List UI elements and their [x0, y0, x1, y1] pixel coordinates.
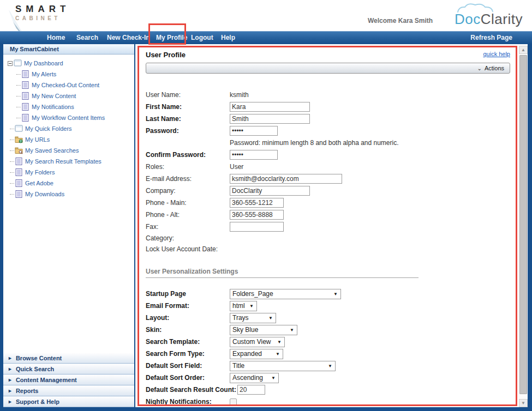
tree-item-label: My Saved Searches — [25, 147, 79, 154]
lock-user-account-date-label: Lock User Account Date: — [146, 245, 218, 253]
folder-search-icon — [15, 147, 23, 154]
tree-item-my-folders[interactable]: My Folders — [3, 167, 134, 178]
select-arrow-icon: ▼ — [268, 316, 273, 321]
email-format-select[interactable]: html ▼ — [230, 301, 257, 311]
quick-help-link[interactable]: quick help — [483, 51, 510, 57]
default-sort-field-select[interactable]: Title ▼ — [230, 361, 336, 371]
accordion-label: Browse Content — [16, 355, 62, 361]
scrollbar-thumb[interactable] — [519, 55, 527, 394]
phone-alt-field[interactable] — [230, 210, 284, 220]
actions-menu-bar[interactable]: ⌄ Actions — [146, 63, 510, 74]
tree-item-my-saved-searches[interactable]: My Saved Searches — [3, 145, 134, 156]
default-sort-order-label: Default Sort Order: — [146, 374, 230, 382]
scroll-down-button[interactable]: ▼ — [519, 399, 528, 407]
roles-label: Roles: — [146, 163, 230, 171]
panel-icon — [14, 59, 22, 67]
email-field[interactable] — [230, 174, 342, 184]
accordion-label: Content Management — [16, 377, 77, 383]
vertical-scrollbar: ▲ ▼ — [519, 46, 528, 407]
nav-search[interactable]: Search — [76, 34, 98, 41]
accordion-reports[interactable]: ► Reports — [3, 385, 134, 396]
nightly-notifications-label: Nightly Notifications: — [146, 398, 230, 406]
search-template-value: Custom View — [232, 338, 271, 346]
tree-item-my-new-content[interactable]: My New Content — [3, 90, 134, 101]
nav-new-checkin[interactable]: New Check-In — [107, 34, 150, 41]
first-name-label: First Name: — [146, 103, 230, 111]
tree-item-my-search-result-templates[interactable]: My Search Result Templates — [3, 156, 134, 167]
password-field[interactable] — [230, 126, 278, 136]
tree-item-label: My Alerts — [32, 71, 56, 77]
folder-globe-icon — [15, 136, 23, 143]
tree-item-label: My Checked-Out Content — [32, 82, 99, 88]
document-icon — [15, 190, 23, 198]
tree-item-my-notifications[interactable]: My Notifications — [3, 101, 134, 112]
sidebar-accordion: ► Browse Content ► Quick Search ► Conten… — [3, 353, 134, 407]
tree-item-get-adobe[interactable]: Get Adobe — [3, 178, 134, 189]
collapse-minus-icon[interactable] — [8, 61, 13, 66]
top-header: SMART CABINET Welcome Kara Smith DocClar… — [0, 0, 532, 31]
app-window: SMART CABINET Welcome Kara Smith DocClar… — [0, 0, 532, 411]
select-arrow-icon: ▼ — [290, 328, 294, 333]
tree-item-my-dashboard[interactable]: My Dashboard — [3, 58, 134, 69]
tree-item-my-urls[interactable]: My URLs — [3, 134, 134, 145]
docclarity-wordmark: DocClarity — [455, 11, 523, 28]
email-format-value: html — [232, 302, 245, 310]
default-sort-field-value: Title — [232, 362, 244, 370]
category-label: Category: — [146, 234, 230, 242]
startup-page-select[interactable]: Folders_Page ▼ — [230, 289, 341, 299]
accordion-quick-search[interactable]: ► Quick Search — [3, 364, 134, 374]
search-template-select[interactable]: Custom View ▼ — [230, 337, 285, 347]
tree-item-my-alerts[interactable]: My Alerts — [3, 69, 134, 80]
search-form-type-select[interactable]: Expanded ▼ — [230, 349, 283, 359]
tree-item-my-quick-folders[interactable]: My Quick Folders — [3, 123, 134, 134]
nav-home[interactable]: Home — [47, 34, 65, 41]
default-sort-order-value: Ascending — [232, 374, 263, 382]
user-profile-form: User Name: ksmith First Name: Last Name:… — [146, 89, 510, 406]
select-arrow-icon: ▼ — [271, 376, 276, 380]
last-name-field[interactable] — [230, 114, 310, 124]
tree-item-label: My Workflow Content Items — [32, 114, 105, 121]
phone-alt-label: Phone - Alt: — [146, 211, 230, 219]
personalization-form: Startup Page Folders_Page ▼ Email Format… — [146, 288, 510, 406]
tree-item-my-checked-out-content[interactable]: My Checked-Out Content — [3, 80, 134, 90]
sidebar-tree: My Dashboard My Alerts My Checked-Out Co… — [3, 55, 134, 353]
password-label: Password: — [146, 127, 230, 135]
nightly-notifications-checkbox[interactable] — [230, 398, 237, 406]
nav-logout[interactable]: Logout — [191, 34, 213, 41]
tree-item-my-downloads[interactable]: My Downloads — [3, 189, 134, 200]
tree-item-my-workflow-content-items[interactable]: My Workflow Content Items — [3, 112, 134, 123]
brand-doc: Doc — [455, 11, 481, 27]
skin-select[interactable]: Sky Blue ▼ — [230, 325, 297, 335]
tree-item-label: My Downloads — [25, 191, 64, 197]
company-field[interactable] — [230, 186, 310, 196]
accordion-browse-content[interactable]: ► Browse Content — [3, 353, 134, 364]
tree-item-label: My URLs — [25, 136, 50, 143]
layout-select[interactable]: Trays ▼ — [230, 313, 276, 323]
nav-help[interactable]: Help — [221, 34, 235, 41]
tree-item-label: My Dashboard — [24, 60, 63, 67]
confirm-password-field[interactable] — [230, 150, 278, 160]
chevron-right-icon: ► — [8, 355, 13, 361]
nav-refresh-page[interactable]: Refresh Page — [470, 34, 512, 41]
fax-label: Fax: — [146, 223, 230, 231]
first-name-field[interactable] — [230, 102, 310, 112]
actions-label: Actions — [485, 65, 504, 71]
phone-main-field[interactable] — [230, 198, 284, 208]
select-arrow-icon: ▼ — [277, 340, 282, 344]
nav-my-profile[interactable]: My Profile — [156, 34, 187, 41]
select-arrow-icon: ▼ — [328, 364, 332, 368]
roles-value: User — [230, 163, 243, 171]
default-search-result-count-field[interactable] — [237, 385, 265, 395]
default-sort-field-label: Default Sort Field: — [146, 362, 230, 370]
scroll-up-button[interactable]: ▲ — [519, 46, 528, 54]
fax-field[interactable] — [230, 222, 284, 232]
startup-page-value: Folders_Page — [232, 290, 273, 298]
accordion-support-help[interactable]: ► Support & Help — [3, 396, 134, 407]
skin-value: Sky Blue — [232, 326, 258, 334]
default-sort-order-select[interactable]: Ascending ▼ — [230, 373, 279, 383]
accordion-content-management[interactable]: ► Content Management — [3, 374, 134, 385]
sidebar-title: My SmartCabinet — [3, 44, 134, 55]
accordion-label: Quick Search — [16, 366, 54, 372]
chevron-down-icon: ⌄ — [477, 65, 482, 71]
email-format-label: Email Format: — [146, 302, 230, 310]
